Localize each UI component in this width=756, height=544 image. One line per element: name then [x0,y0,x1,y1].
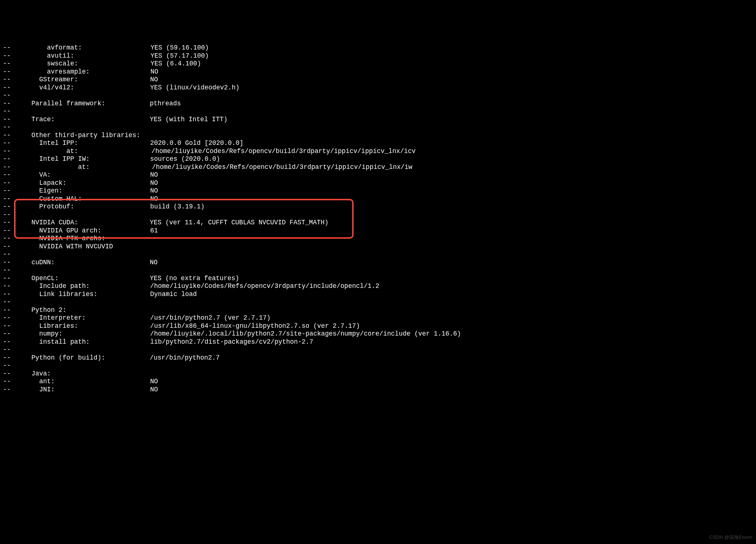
config-label: GStreamer: [39,76,150,84]
line-prefix: -- [3,147,24,156]
config-label: Protobuf: [39,203,150,211]
terminal-line: -- Intel IPP:2020.0.0 Gold [2020.0.0] [3,139,753,147]
line-indent [24,219,31,227]
config-value: /usr/lib/x86_64-linux-gnu/libpython2.7.s… [150,322,360,330]
line-prefix: -- [3,116,24,124]
line-prefix: -- [3,92,24,100]
terminal-line: -- Interpreter:/usr/bin/python2.7 (ver 2… [3,314,753,322]
line-prefix: -- [3,68,24,76]
config-label: ant: [39,378,150,386]
config-label: at: [67,147,152,156]
config-value: YES (6.4.100) [151,60,201,68]
line-indent [24,322,39,330]
config-value: NO [150,195,158,203]
config-label: cuDNN: [31,259,150,267]
line-prefix: -- [3,346,24,354]
line-prefix: -- [3,275,24,283]
line-indent [24,243,39,251]
line-prefix: -- [3,322,24,330]
line-indent [24,84,39,92]
line-indent [24,100,31,108]
config-label: install path: [39,338,150,346]
line-prefix: -- [3,266,24,275]
terminal-line: -- at:/home/liuyike/Codes/Refs/opencv/bu… [3,163,753,171]
terminal-line: -- OpenCL:YES (no extra features) [3,275,753,283]
terminal-line: -- NVIDIA CUDA:YES (ver 11.4, CUFFT CUBL… [3,219,753,227]
line-indent [24,195,39,203]
terminal-line: -- numpy:/home/liuyike/.local/lib/python… [3,330,753,338]
line-prefix: -- [3,155,24,163]
line-prefix: -- [3,259,24,267]
line-indent [24,314,39,322]
config-label: avutil: [47,52,151,60]
config-value: NO [150,378,158,386]
config-value: YES (no extra features) [150,275,239,283]
config-label: Custom HAL: [39,195,150,203]
config-label: avresample: [47,68,151,76]
terminal-line: -- Protobuf:build (3.19.1) [3,203,753,211]
line-prefix: -- [3,386,24,394]
terminal-line: -- ant:NO [3,378,753,386]
config-value: /home/liuyike/.local/lib/python2.7/site-… [150,330,461,338]
line-indent [24,147,67,156]
terminal-line: -- Lapack:NO [3,179,753,187]
config-label: Interpreter: [39,314,150,322]
terminal-line: -- [3,362,753,370]
line-prefix: -- [3,282,24,290]
terminal-line: -- Other third-party libraries: [3,132,753,140]
config-value: build (3.19.1) [150,203,205,211]
line-prefix: -- [3,179,24,187]
config-label: Java: [31,370,150,378]
terminal-line: -- Intel IPP IW:sources (2020.0.0) [3,155,753,163]
config-label: Include path: [39,282,150,290]
terminal-line: -- [3,298,753,306]
line-prefix: -- [3,163,24,171]
line-prefix: -- [3,171,24,179]
config-value: NO [150,386,158,394]
config-label: Python 2: [31,306,150,314]
config-value: YES (ver 11.4, CUFFT CUBLAS NVCUVID FAST… [150,219,328,227]
config-value: /home/liuyike/Codes/Refs/opencv/3rdparty… [150,282,379,290]
config-value: /home/liuyike/Codes/Refs/opencv/build/3r… [152,147,416,156]
terminal-line: -- NVIDIA WITH NVCUVID [3,243,753,251]
line-prefix: -- [3,298,24,306]
line-indent [24,227,39,235]
line-prefix: -- [3,60,24,68]
line-prefix: -- [3,362,24,370]
config-value: lib/python2.7/dist-packages/cv2/python-2… [150,338,313,346]
config-label: at: [78,163,152,171]
line-indent [24,187,39,195]
line-prefix: -- [3,306,24,314]
terminal-line: -- [3,211,753,219]
terminal-line: -- Link libraries:Dynamic load [3,290,753,299]
line-indent [24,76,39,84]
line-prefix: -- [3,123,24,132]
line-prefix: -- [3,378,24,386]
line-indent [24,259,31,267]
terminal-line: -- NVIDIA PTX archs: [3,235,753,243]
config-value: NO [150,259,158,267]
config-value: YES (with Intel ITT) [150,116,227,124]
line-indent [24,275,31,283]
terminal-line: -- [3,266,753,275]
config-label: Parallel framework: [31,100,150,108]
config-label: swscale: [47,60,151,68]
terminal-line: -- Parallel framework:pthreads [3,100,753,108]
line-prefix: -- [3,139,24,147]
config-label: Other third-party libraries: [31,132,150,140]
terminal-line: -- Libraries:/usr/lib/x86_64-linux-gnu/l… [3,322,753,330]
line-indent [24,116,31,124]
line-indent [24,163,78,171]
terminal-line: -- [3,108,753,116]
config-value: 2020.0.0 Gold [2020.0.0] [150,139,243,147]
terminal-line: -- Python (for build):/usr/bin/python2.7 [3,354,753,362]
line-prefix: -- [3,76,24,84]
line-prefix: -- [3,132,24,140]
config-label: Trace: [31,116,150,124]
line-prefix: -- [3,354,24,362]
terminal-line: -- [3,251,753,259]
line-prefix: -- [3,84,24,92]
line-prefix: -- [3,108,24,116]
config-value: Dynamic load [150,290,197,299]
config-label: NVIDIA GPU arch: [39,227,150,235]
